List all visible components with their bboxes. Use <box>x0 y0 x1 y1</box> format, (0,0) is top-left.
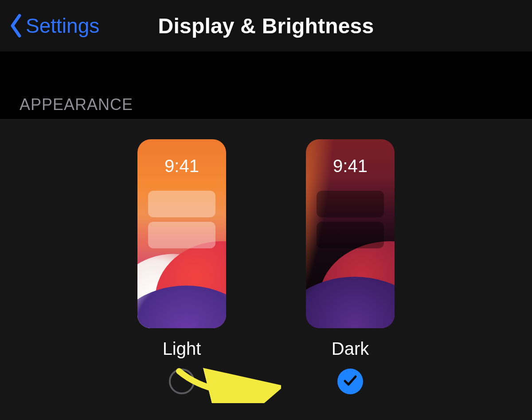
preview-notification <box>148 222 215 248</box>
appearance-preview-light: 9:41 <box>137 139 226 328</box>
chevron-left-icon <box>9 14 23 38</box>
appearance-preview-dark: 9:41 <box>306 139 395 328</box>
nav-spacer <box>0 51 532 91</box>
section-header-label: APPEARANCE <box>20 95 133 114</box>
section-header-appearance: APPEARANCE <box>0 91 532 120</box>
appearance-panel: 9:41 Light 9:41 Dark <box>0 120 532 420</box>
appearance-radio-light[interactable] <box>169 369 195 394</box>
checkmark-icon <box>343 373 358 390</box>
appearance-option-label: Dark <box>332 339 369 359</box>
navbar: Settings Display & Brightness <box>0 0 532 51</box>
preview-notification <box>317 222 384 248</box>
appearance-option-light[interactable]: 9:41 Light <box>137 139 226 420</box>
preview-time: 9:41 <box>137 156 226 176</box>
appearance-option-label: Light <box>163 339 201 359</box>
preview-time: 9:41 <box>306 156 395 176</box>
appearance-radio-dark[interactable] <box>337 369 363 394</box>
page-title: Display & Brightness <box>158 14 374 38</box>
appearance-option-dark[interactable]: 9:41 Dark <box>306 139 395 420</box>
back-button[interactable]: Settings <box>9 14 99 38</box>
preview-notification <box>317 191 384 217</box>
back-label: Settings <box>26 14 99 38</box>
preview-notification <box>148 191 215 217</box>
